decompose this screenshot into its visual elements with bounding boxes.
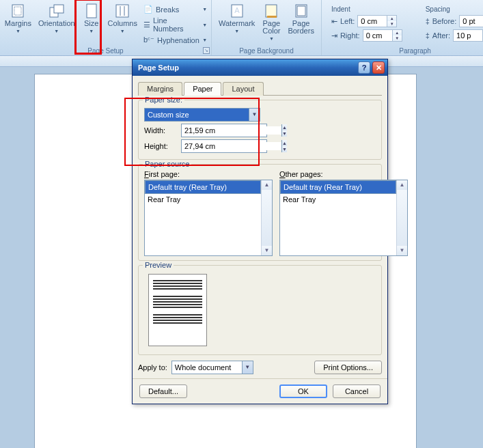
columns-icon <box>113 3 132 18</box>
page-borders-button[interactable]: PageBorders <box>285 1 317 43</box>
indent-right-input[interactable]: ▲▼ <box>363 29 402 42</box>
indent-right-label: Right: <box>340 31 360 40</box>
print-options-button[interactable]: Print Options... <box>314 361 382 374</box>
svg-rect-3 <box>54 5 64 13</box>
page-setup-group-label: Page Setup <box>0 46 211 55</box>
chevron-down-icon: ▼ <box>242 361 253 374</box>
first-page-listbox[interactable]: Default tray (Rear Tray) Rear Tray ▲▼ <box>144 180 273 256</box>
preview-fieldset: Preview <box>138 265 382 355</box>
first-page-label: irst page: <box>149 170 180 178</box>
paper-size-fieldset: Paper size: Custom size ▼ Width: ▲▼ Heig… <box>138 100 382 160</box>
indent-right-icon: ⇥ <box>331 31 337 40</box>
apply-to-label: Apply to: <box>138 363 167 372</box>
size-label: Size <box>84 20 98 27</box>
dialog-title: Page Setup <box>135 64 356 72</box>
line-numbers-label: Line Numbers <box>153 16 199 33</box>
page-background-group-label: Page Background <box>212 46 321 55</box>
preview-page <box>148 274 207 346</box>
margins-icon <box>8 3 27 18</box>
orientation-button[interactable]: Orientation ▼ <box>36 1 78 45</box>
svg-rect-4 <box>87 4 96 18</box>
default-button[interactable]: Default... <box>139 384 187 398</box>
ok-button[interactable]: OK <box>279 384 327 398</box>
tab-layout[interactable]: Layout <box>223 82 263 96</box>
svg-text:A: A <box>234 6 240 14</box>
height-label: Height: <box>144 142 177 150</box>
orientation-label: Orientation <box>38 20 75 27</box>
indent-heading: Indent <box>331 5 402 13</box>
apply-to-value: Whole document <box>172 363 242 372</box>
paper-size-value: Custom size <box>145 111 249 119</box>
spacing-before-input[interactable]: ▲▼ <box>459 15 483 27</box>
watermark-icon: A <box>227 3 247 18</box>
size-icon <box>82 3 101 18</box>
tab-margins[interactable]: Margins <box>138 82 182 96</box>
width-label: Width: <box>144 126 177 135</box>
page-color-label: PageColor <box>262 20 280 35</box>
columns-button[interactable]: Columns ▼ <box>105 1 140 45</box>
spacing-after-input[interactable]: ▲▼ <box>453 29 483 42</box>
help-button[interactable]: ? <box>358 61 370 74</box>
hyphenation-label: Hyphenation <box>157 36 199 44</box>
spacing-before-label: Before: <box>432 17 456 25</box>
indent-left-input[interactable]: ▲▼ <box>357 15 397 27</box>
cancel-button[interactable]: Cancel <box>333 384 381 398</box>
breaks-label: Breaks <box>156 5 179 14</box>
page-borders-label: PageBorders <box>288 20 314 35</box>
dropdown-icon: ▼ <box>16 29 20 33</box>
list-item[interactable]: Rear Tray <box>280 194 396 205</box>
page-setup-dialog-launcher[interactable]: ↘ <box>203 47 210 54</box>
paper-size-select[interactable]: Custom size ▼ <box>144 108 260 122</box>
svg-rect-10 <box>266 5 277 17</box>
other-pages-listbox[interactable]: Default tray (Rear Tray) Rear Tray ▲▼ <box>279 180 408 256</box>
svg-rect-11 <box>267 16 277 18</box>
hyphenation-button[interactable]: bᶜ⁻Hyphenation▼ <box>141 35 209 45</box>
breaks-icon: 📄 <box>143 5 153 14</box>
line-numbers-button[interactable]: ☰Line Numbers▼ <box>141 16 209 33</box>
hyphenation-icon: bᶜ⁻ <box>143 36 154 44</box>
other-pages-label: ther pages: <box>286 170 323 178</box>
spacing-after-icon: ‡ <box>426 31 430 40</box>
page-color-button[interactable]: PageColor ▼ <box>259 1 284 43</box>
indent-left-label: Left: <box>340 17 355 25</box>
line-numbers-icon: ☰ <box>143 20 150 29</box>
orientation-icon <box>47 3 66 18</box>
list-item[interactable]: Default tray (Rear Tray) <box>280 180 396 194</box>
spacing-heading: Spacing <box>426 5 483 13</box>
page-borders-icon <box>292 3 311 18</box>
page-color-icon <box>262 3 281 18</box>
size-button[interactable]: Size ▼ <box>79 1 104 45</box>
breaks-button[interactable]: 📄Breaks▼ <box>141 4 209 14</box>
paper-source-fieldset: Paper source First page: Default tray (R… <box>138 164 382 261</box>
chevron-down-icon: ▼ <box>249 109 260 121</box>
paper-source-legend: Paper source <box>143 160 191 168</box>
margins-label: Margins <box>5 20 31 27</box>
apply-to-select[interactable]: Whole document ▼ <box>171 361 253 374</box>
ribbon: Margins ▼ Orientation ▼ Size ▼ Columns ▼… <box>0 0 483 56</box>
close-button[interactable]: ✕ <box>372 61 385 74</box>
height-input[interactable]: ▲▼ <box>181 139 267 153</box>
paragraph-group-label: Paragraph <box>322 46 483 55</box>
list-item[interactable]: Rear Tray <box>145 194 261 205</box>
margins-button[interactable]: Margins ▼ <box>2 1 34 45</box>
svg-rect-5 <box>116 5 128 17</box>
watermark-button[interactable]: A Watermark ▼ <box>216 1 258 43</box>
dialog-tabs: Margins Paper Layout <box>138 81 382 96</box>
page-setup-dialog: Page Setup ? ✕ Margins Paper Layout Pape… <box>132 59 388 404</box>
preview-legend: Preview <box>143 261 174 269</box>
tab-paper[interactable]: Paper <box>184 82 221 96</box>
dropdown-icon: ▼ <box>89 29 94 33</box>
spacing-after-label: After: <box>432 31 450 40</box>
indent-left-icon: ⇤ <box>331 17 337 26</box>
dialog-titlebar[interactable]: Page Setup ? ✕ <box>133 59 387 76</box>
dropdown-icon: ▼ <box>120 29 125 33</box>
dropdown-icon: ▼ <box>54 29 59 33</box>
columns-label: Columns <box>108 20 137 27</box>
watermark-label: Watermark <box>219 20 255 27</box>
list-item[interactable]: Default tray (Rear Tray) <box>145 180 261 194</box>
paper-size-legend: Paper size: <box>143 96 184 104</box>
spacing-before-icon: ‡ <box>426 17 430 25</box>
width-input[interactable]: ▲▼ <box>181 124 267 137</box>
